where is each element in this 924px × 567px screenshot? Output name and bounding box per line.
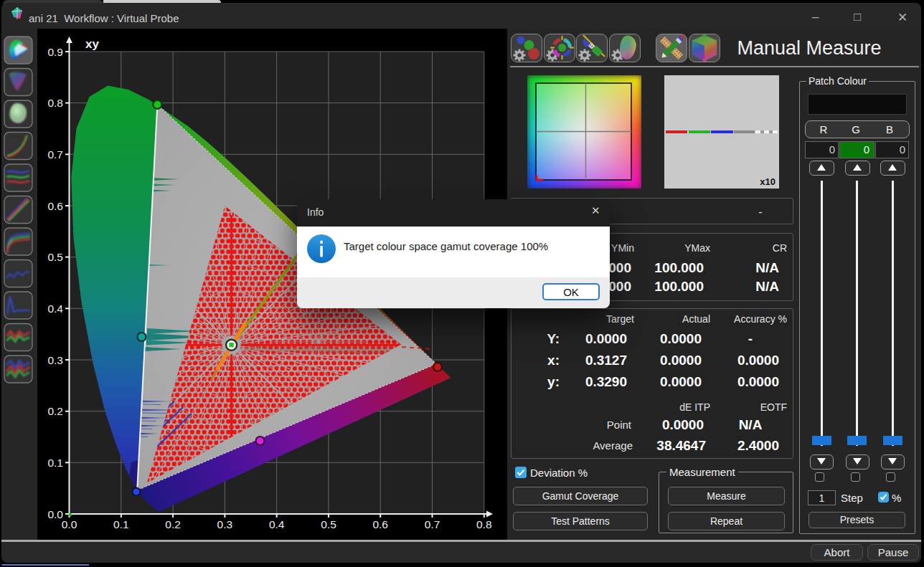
svg-text:0.0: 0.0 [62,518,77,530]
svg-text:0.1: 0.1 [47,457,63,469]
svg-text:0.3: 0.3 [47,354,63,366]
svg-text:0.3: 0.3 [217,518,233,530]
svg-text:xy: xy [85,37,99,51]
svg-text:0.6: 0.6 [372,518,388,530]
svg-text:0.5: 0.5 [47,251,63,263]
svg-text:0.6: 0.6 [47,200,63,212]
svg-text:0.2: 0.2 [165,518,181,530]
svg-text:0.7: 0.7 [425,518,440,530]
svg-text:0.2: 0.2 [47,405,63,417]
svg-text:x10: x10 [760,176,776,187]
svg-text:0.8: 0.8 [47,97,63,109]
svg-text:0.4: 0.4 [269,518,285,530]
svg-text:0.7: 0.7 [47,148,63,161]
svg-text:0.9: 0.9 [47,46,63,58]
svg-text:0.8: 0.8 [476,518,492,530]
svg-text:0.1: 0.1 [113,518,129,530]
svg-text:0.4: 0.4 [47,302,63,315]
svg-text:0.5: 0.5 [321,518,336,530]
